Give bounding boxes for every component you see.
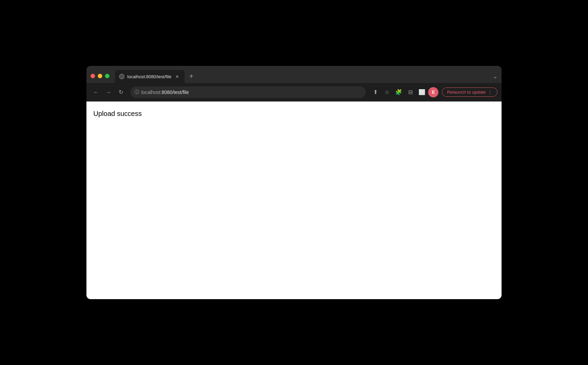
nav-bar: ← → ↻ ⓘ localhost:8080/test/file ⬆ ☆ 🧩 ⊟… xyxy=(86,83,502,102)
minimize-button[interactable] xyxy=(98,74,102,78)
more-icon: ⋮ xyxy=(488,90,492,95)
address-bar[interactable]: ⓘ localhost:8080/test/file xyxy=(130,86,366,98)
tab-search-button[interactable]: ⊟ xyxy=(405,87,416,98)
share-button[interactable]: ⬆ xyxy=(370,87,381,98)
nav-actions: ⬆ ☆ 🧩 ⊟ ⬜ E Relaunch to update ⋮ xyxy=(370,87,497,98)
upload-success-message: Upload success xyxy=(93,110,495,118)
tab-close-button[interactable]: ✕ xyxy=(174,73,180,80)
tab-bar-right: ⌄ xyxy=(493,73,497,83)
tab-list-chevron-icon[interactable]: ⌄ xyxy=(493,73,497,80)
address-text: localhost:8080/test/file xyxy=(141,90,362,95)
reload-button[interactable]: ↻ xyxy=(115,87,126,98)
address-path: :8080/test/file xyxy=(160,90,189,95)
sidebar-button[interactable]: ⬜ xyxy=(416,87,427,98)
maximize-button[interactable] xyxy=(105,74,109,78)
forward-button[interactable]: → xyxy=(103,87,114,98)
extensions-button[interactable]: 🧩 xyxy=(393,87,404,98)
tab-title: localhost:8080/test/file xyxy=(127,74,172,79)
bookmark-button[interactable]: ☆ xyxy=(381,87,392,98)
address-info-icon: ⓘ xyxy=(134,89,139,95)
new-tab-button[interactable]: + xyxy=(186,72,197,83)
browser-window: localhost:8080/test/file ✕ + ⌄ ← → ↻ ⓘ l… xyxy=(86,66,502,299)
active-tab[interactable]: localhost:8080/test/file ✕ xyxy=(115,70,185,83)
close-button[interactable] xyxy=(91,74,95,78)
svg-point-0 xyxy=(119,74,124,79)
address-protocol: localhost xyxy=(141,90,160,95)
relaunch-to-update-button[interactable]: Relaunch to update ⋮ xyxy=(442,87,497,97)
tab-favicon-icon xyxy=(119,74,125,79)
back-button[interactable]: ← xyxy=(91,87,102,98)
page-content: Upload success xyxy=(86,102,502,299)
profile-avatar[interactable]: E xyxy=(428,87,438,97)
window-controls xyxy=(91,74,109,83)
relaunch-label: Relaunch to update xyxy=(447,90,486,95)
tab-bar: localhost:8080/test/file ✕ + ⌄ xyxy=(86,66,502,83)
